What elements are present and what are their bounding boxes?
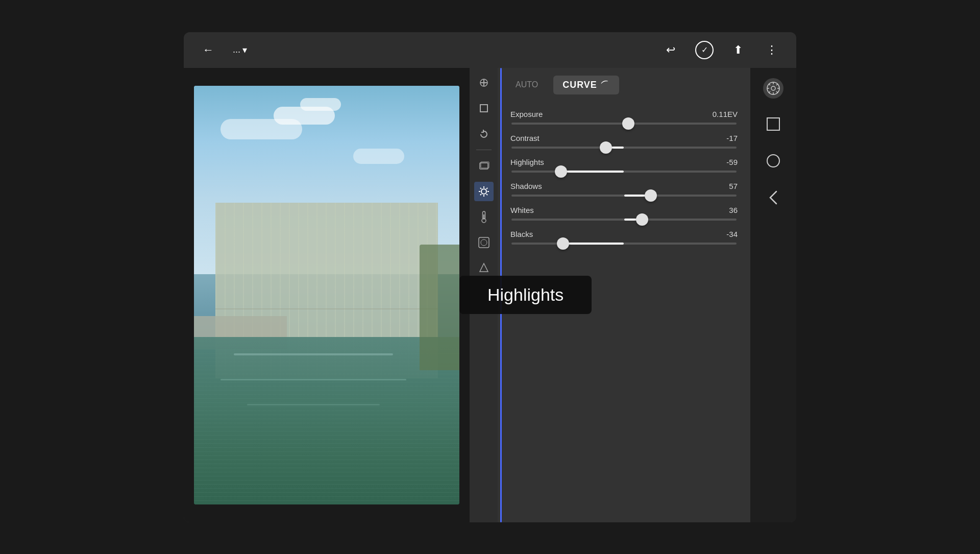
highlights-fill [561,171,624,173]
cloud [220,119,302,139]
slider-group-shadows: Shadows57 [510,182,738,197]
crop-tool[interactable] [474,99,494,118]
whites-thumb[interactable] [636,213,648,226]
highlights-value: -59 [726,158,738,166]
svg-point-19 [771,86,775,90]
more-options-button[interactable]: ... ▾ [233,44,247,56]
mask-tool[interactable] [474,258,494,278]
share-button[interactable]: ⬆ [729,41,747,59]
slider-group-contrast: Contrast-17 [510,134,738,149]
shadows-label: Shadows [510,182,542,190]
shadows-value: 57 [729,182,738,190]
heal-tool[interactable] [474,73,494,92]
shadows-track[interactable] [511,195,737,197]
exposure-track[interactable] [511,123,737,125]
blacks-thumb[interactable] [557,237,569,250]
back-arrow-button[interactable] [762,186,785,209]
blacks-value: -34 [726,230,738,238]
svg-rect-16 [479,237,489,248]
svg-line-26 [776,84,778,85]
whites-label: Whites [510,206,534,214]
more-menu-button[interactable]: ⋮ [763,41,781,59]
cloud [300,98,341,111]
settings-icon[interactable] [763,78,783,99]
divider [476,150,492,150]
slider-group-blacks: Blacks-34 [510,230,738,245]
svg-point-17 [481,239,487,246]
tool-sidebar [470,68,498,522]
circle-button[interactable] [762,150,785,172]
contrast-label: Contrast [510,134,540,142]
blacks-track[interactable] [511,243,737,245]
panel-header: AUTO CURVE ⌒ [510,76,738,100]
whites-track[interactable] [511,219,737,221]
rotate-tool[interactable] [474,124,494,143]
curve-icon: ⌒ [600,78,611,91]
confirm-button[interactable]: ✓ [695,41,714,59]
contrast-value: -17 [726,134,738,142]
light-tool[interactable] [474,182,494,201]
svg-rect-1 [480,105,487,112]
svg-line-9 [480,187,481,188]
slider-group-whites: Whites36 [510,206,738,221]
vegetation [420,245,459,370]
square-button[interactable] [762,113,785,135]
svg-rect-28 [767,118,779,130]
svg-line-10 [486,194,487,195]
svg-line-11 [486,187,487,188]
exposure-label: Exposure [510,110,543,118]
undo-button[interactable]: ↩ [662,41,680,59]
highlights-track[interactable] [511,171,737,173]
toolbar: ← ... ▾ ↩ ✓ ⬆ ⋮ [184,32,796,68]
contrast-thumb[interactable] [600,141,612,154]
svg-line-25 [776,91,778,93]
slider-group-highlights: Highlights-59 [510,158,738,173]
blacks-label: Blacks [510,230,533,238]
curve-button[interactable]: CURVE ⌒ [553,76,619,94]
svg-point-29 [767,155,779,167]
device-frame: ← ... ▾ ↩ ✓ ⬆ ⋮ [184,32,796,522]
contrast-track[interactable] [511,147,737,149]
shadows-thumb[interactable] [645,189,657,202]
vignette-tool[interactable] [474,233,494,252]
blacks-fill [563,243,624,245]
panels-area: AUTO CURVE ⌒ Exposure0.11EVContrast-17Hi… [470,68,750,522]
main-content: AUTO CURVE ⌒ Exposure0.11EVContrast-17Hi… [184,68,796,522]
svg-line-24 [769,84,770,85]
right-icons-panel [750,68,796,522]
svg-line-27 [769,91,770,93]
temperature-tool[interactable] [474,207,494,227]
whites-value: 36 [729,206,738,214]
auto-button[interactable]: AUTO [510,77,543,92]
svg-line-12 [480,194,481,195]
layers-tool[interactable] [474,156,494,176]
sliders-container: Exposure0.11EVContrast-17Highlights-59Sh… [510,110,738,245]
exposure-value: 0.11EV [713,110,738,118]
exposure-thumb[interactable] [622,117,634,130]
slider-group-exposure: Exposure0.11EV [510,110,738,125]
cloud [353,149,404,164]
photo [194,86,459,504]
highlights-label: Highlights [510,158,544,166]
photo-area [184,68,470,522]
adjustment-panel: AUTO CURVE ⌒ Exposure0.11EVContrast-17Hi… [498,68,750,522]
highlights-thumb[interactable] [555,165,567,178]
svg-point-4 [481,189,486,194]
back-button[interactable]: ← [199,41,217,59]
